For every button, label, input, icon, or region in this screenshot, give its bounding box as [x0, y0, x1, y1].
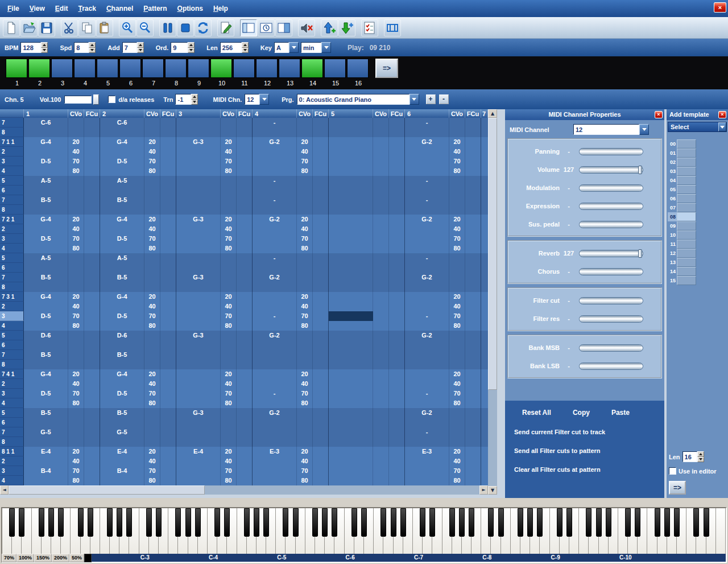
effect-cell[interactable]: [373, 186, 389, 195]
black-key[interactable]: [693, 508, 699, 537]
effect-cell[interactable]: [313, 360, 329, 369]
effect-cell[interactable]: 80: [221, 166, 237, 176]
note-cell[interactable]: [405, 263, 449, 273]
volume-slider[interactable]: [64, 96, 92, 104]
copy-button[interactable]: Copy: [573, 409, 590, 417]
effect-cell[interactable]: [313, 321, 329, 331]
menu-item-channel[interactable]: Channel: [101, 2, 138, 15]
note-cell[interactable]: [253, 186, 297, 195]
effect-cell[interactable]: [465, 273, 481, 282]
order-block-16[interactable]: [347, 59, 369, 78]
note-cell[interactable]: G-4: [100, 215, 144, 224]
effect-cell[interactable]: [373, 147, 389, 157]
note-cell[interactable]: [405, 166, 449, 176]
note-cell[interactable]: G-2: [253, 331, 297, 340]
effect-cell[interactable]: [160, 466, 176, 476]
note-cell[interactable]: [100, 321, 144, 331]
row-number[interactable]: 4: [0, 398, 24, 408]
note-cell[interactable]: [329, 147, 373, 157]
effect-cell[interactable]: [84, 186, 100, 195]
row-number[interactable]: 7: [0, 350, 24, 360]
note-cell[interactable]: [481, 186, 488, 195]
order-block-4[interactable]: [74, 59, 96, 78]
note-cell[interactable]: [405, 360, 449, 369]
effect-cell[interactable]: [373, 282, 389, 292]
mute-button[interactable]: [298, 19, 315, 36]
effect-cell[interactable]: [389, 476, 405, 485]
black-key[interactable]: [224, 508, 230, 537]
note-cell[interactable]: -: [253, 311, 297, 321]
effect-cell[interactable]: [68, 195, 84, 205]
order-block-7[interactable]: [142, 59, 164, 78]
effect-cell[interactable]: [237, 253, 253, 263]
effect-cell[interactable]: 40: [68, 456, 84, 466]
note-cell[interactable]: [481, 215, 488, 224]
black-key[interactable]: [146, 508, 152, 537]
black-key[interactable]: [498, 508, 504, 537]
row-number[interactable]: 5: [0, 253, 24, 263]
effect-cell[interactable]: [237, 340, 253, 350]
effect-cell[interactable]: [221, 176, 237, 186]
note-cell[interactable]: [329, 118, 373, 127]
effect-cell[interactable]: 80: [68, 244, 84, 253]
effect-cell[interactable]: [313, 118, 329, 127]
note-cell[interactable]: G-3: [176, 408, 221, 418]
row-number[interactable]: 7: [0, 273, 24, 282]
effect-cell[interactable]: [297, 427, 313, 437]
effect-cell[interactable]: [160, 456, 176, 466]
menu-item-help[interactable]: Help: [208, 2, 233, 15]
effect-cell[interactable]: [84, 360, 100, 369]
note-cell[interactable]: [329, 224, 373, 234]
property-slider[interactable]: [579, 250, 643, 257]
effect-cell[interactable]: [144, 263, 160, 273]
effect-cell[interactable]: [465, 340, 481, 350]
effect-cell[interactable]: [465, 292, 481, 302]
effect-cell[interactable]: [389, 292, 405, 302]
row-number[interactable]: 4: [0, 244, 24, 253]
order-block-15[interactable]: [324, 59, 346, 78]
effect-cell[interactable]: [449, 205, 465, 215]
effect-cell[interactable]: [84, 350, 100, 360]
note-cell[interactable]: [24, 418, 68, 427]
note-cell[interactable]: [176, 127, 221, 137]
effect-cell[interactable]: [389, 369, 405, 379]
effect-cell[interactable]: [465, 186, 481, 195]
effect-cell[interactable]: [144, 127, 160, 137]
effect-cell[interactable]: [84, 379, 100, 389]
note-cell[interactable]: [481, 360, 488, 369]
order-block-11[interactable]: [233, 59, 255, 78]
effect-cell[interactable]: 20: [68, 215, 84, 224]
effect-cell[interactable]: [68, 340, 84, 350]
note-cell[interactable]: [176, 476, 221, 485]
note-cell[interactable]: [481, 166, 488, 176]
note-cell[interactable]: [253, 360, 297, 369]
effect-cell[interactable]: [297, 195, 313, 205]
effect-cell[interactable]: [160, 263, 176, 273]
effect-cell[interactable]: 70: [68, 234, 84, 244]
effect-cell[interactable]: [237, 118, 253, 127]
note-cell[interactable]: [253, 398, 297, 408]
black-key[interactable]: [39, 508, 44, 537]
effect-cell[interactable]: [373, 331, 389, 340]
note-cell[interactable]: [405, 340, 449, 350]
note-cell[interactable]: [405, 186, 449, 195]
black-key[interactable]: [195, 508, 201, 537]
note-cell[interactable]: [253, 244, 297, 253]
white-key[interactable]: [716, 508, 726, 554]
effect-cell[interactable]: [465, 215, 481, 224]
black-key[interactable]: [625, 508, 631, 537]
effect-cell[interactable]: [373, 447, 389, 456]
effect-cell[interactable]: [144, 253, 160, 263]
effect-cell[interactable]: [237, 147, 253, 157]
black-key[interactable]: [537, 508, 543, 537]
effect-cell[interactable]: [237, 418, 253, 427]
effect-cell[interactable]: 40: [449, 302, 465, 311]
note-cell[interactable]: [481, 466, 488, 476]
effect-cell[interactable]: [144, 205, 160, 215]
effect-cell[interactable]: [313, 398, 329, 408]
row-number[interactable]: 7: [0, 118, 24, 127]
note-cell[interactable]: [329, 302, 373, 311]
effect-cell[interactable]: [221, 437, 237, 447]
note-cell[interactable]: B-5: [24, 273, 68, 282]
effect-cell[interactable]: [84, 157, 100, 166]
